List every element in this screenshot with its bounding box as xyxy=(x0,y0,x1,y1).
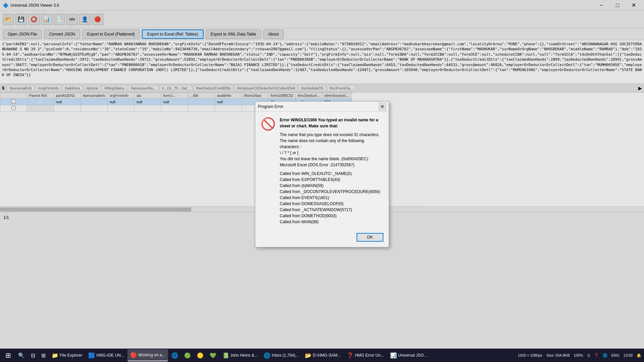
stack-line-5: Called from EVENTS(1801) xyxy=(280,195,383,201)
error-dialog-footer: OK xyxy=(255,230,389,247)
error-dialog-body: 🚫 Error WINOLE/1006 You typed an invalid… xyxy=(255,112,389,230)
taskbar-working-label: Working on a... xyxy=(138,353,165,357)
stack-line-8: Called from DOMETHOD(9003) xyxy=(280,213,383,219)
sys-tray-zoom: 100% xyxy=(572,353,584,357)
sys-tray-size: Size: 564.8KB xyxy=(545,353,571,357)
taskbar-working-button[interactable]: 🔴 Working on a... xyxy=(127,349,168,361)
excel-icon: 💚 xyxy=(210,352,216,359)
sys-tray-time: 13:00 xyxy=(622,353,634,357)
edge-icon: 🌐 xyxy=(171,352,178,359)
error-dialog-title: Program Error xyxy=(258,104,283,109)
stack-line-3: Called from (b)MAIN(59) xyxy=(280,183,383,189)
error-rule-3: \ / ? * [ or ] xyxy=(280,150,383,156)
taskbar-johnheins-label: John Heins &... xyxy=(230,353,258,358)
taskbar-search-button[interactable]: 🔍 xyxy=(15,349,28,361)
taskbar-universaljson-label: Universal JSO... xyxy=(398,353,427,358)
taskbar: ⊞ 🔍 ⊟ ⊞ 📁 File Explorer 🟦 HMG-IDE UN... … xyxy=(0,349,644,362)
taskbar-file-explorer-button[interactable]: 📁 File Explorer xyxy=(49,349,85,361)
taskbar-hmg-label: HMG-IDE UN... xyxy=(96,353,124,358)
start-button[interactable]: ⊞ xyxy=(1,349,15,361)
taskbar-file-explorer-label: File Explorer xyxy=(60,353,82,358)
stack-line-7: Called from _ACTIVATEWINDOW(5717) xyxy=(280,207,383,213)
taskbar-yellow-button[interactable]: 🟡 xyxy=(194,349,206,361)
stack-line-6: Called from DOMESSAGELOOP(0) xyxy=(280,201,383,207)
error-rule-2: The name does not contain any of the fol… xyxy=(280,138,383,150)
johnheins-icon: 📗 xyxy=(222,352,229,359)
folder-icon: 📁 xyxy=(52,352,58,359)
taskbar-edge-button[interactable]: 🌐 xyxy=(169,349,181,361)
taskbar-sys-tray: 644 × 362px Size: 564.8KB 100% ⟨⟩ ❓ 🌐 … xyxy=(517,353,643,358)
stack-line-9: Called from MAIN(88) xyxy=(280,219,383,225)
taskbar-inbox-label: Inbox (1,764)... xyxy=(272,353,299,358)
error-dialog: Program Error ✕ 🚫 Error WINOLE/1006 You … xyxy=(255,101,389,247)
hmgerror-icon: ❓ xyxy=(347,352,354,359)
error-rule-1: The name that you type does not exceed 3… xyxy=(280,132,383,138)
taskbar-widgets-button[interactable]: ⊞ xyxy=(39,349,48,361)
sys-tray-arrows[interactable]: ⟨⟩ xyxy=(586,353,591,358)
widgets-icon: ⊞ xyxy=(41,352,46,359)
universaljson-icon: 📊 xyxy=(390,352,397,359)
taskbar-hmgerror-label: HMG Error Un... xyxy=(355,353,384,358)
error-dialog-title-bar: Program Error ✕ xyxy=(255,102,389,112)
modal-overlay: Program Error ✕ 🚫 Error WINOLE/1006 You … xyxy=(0,0,644,349)
search-icon: 🔍 xyxy=(18,352,25,359)
taskview-icon: ⊟ xyxy=(31,352,35,359)
working-icon: 🔴 xyxy=(130,352,137,358)
taskbar-inbox-button[interactable]: 🌐 Inbox (1,764)... xyxy=(261,349,302,361)
sys-tray-notification[interactable]: 🔔 xyxy=(635,353,643,358)
error-code-text: Error WINOLE/1006 You typed an invalid n… xyxy=(280,117,383,129)
stack-line-2: Called from EXPORTTABLES(43) xyxy=(280,177,383,183)
taskbar-universaljson-button[interactable]: 📊 Universal JSO... xyxy=(387,349,430,361)
sys-tray-help[interactable]: ❓ xyxy=(593,353,600,358)
taskbar-green-button[interactable]: 🟢 xyxy=(181,349,194,361)
hmg-icon: 🟦 xyxy=(88,352,95,359)
ok-button[interactable]: OK xyxy=(357,233,383,242)
inbox-icon: 🌐 xyxy=(264,352,270,359)
sys-tray-network[interactable]: 🌐 xyxy=(601,353,609,358)
stack-line-4: Called from _DOCONTROLEVENTPROCEDURE(605… xyxy=(280,189,383,195)
error-content: Error WINOLE/1006 You typed an invalid n… xyxy=(280,117,383,225)
error-stack-trace: Called from WIN_OLEAUTO::_NAME(0) Called… xyxy=(280,171,383,225)
taskbar-hmg-ide-button[interactable]: 🟦 HMG-IDE UN... xyxy=(86,349,127,361)
taskbar-taskview-button[interactable]: ⊟ xyxy=(28,349,38,361)
taskbar-hmgerror-button[interactable]: ❓ HMG Error Un... xyxy=(344,349,387,361)
yellow-icon: 🟡 xyxy=(197,352,204,359)
error-icon: 🚫 xyxy=(261,117,276,225)
taskbar-excel-button[interactable]: 💚 xyxy=(207,349,219,361)
taskbar-johnheins-button[interactable]: 📗 John Heins &... xyxy=(220,349,260,361)
dhmg-icon: 📂 xyxy=(305,352,312,359)
error-dialog-close-button[interactable]: ✕ xyxy=(379,103,386,110)
taskbar-dhmg-label: D:\HMG-SAM... xyxy=(313,353,341,358)
taskbar-dhmg-button[interactable]: 📂 D:\HMG-SAM... xyxy=(302,349,343,361)
stack-line-1: Called from WIN_OLEAUTO::_NAME(0) xyxy=(280,171,383,177)
sys-tray-resolution: 644 × 362px xyxy=(517,353,544,357)
green-icon: 🟢 xyxy=(184,352,191,359)
error-rule-4: You did not leave the name blank. (0x800… xyxy=(280,156,383,168)
sys-tray-lang[interactable]: ENG xyxy=(610,353,621,357)
error-rules: The name that you type does not exceed 3… xyxy=(280,132,383,168)
